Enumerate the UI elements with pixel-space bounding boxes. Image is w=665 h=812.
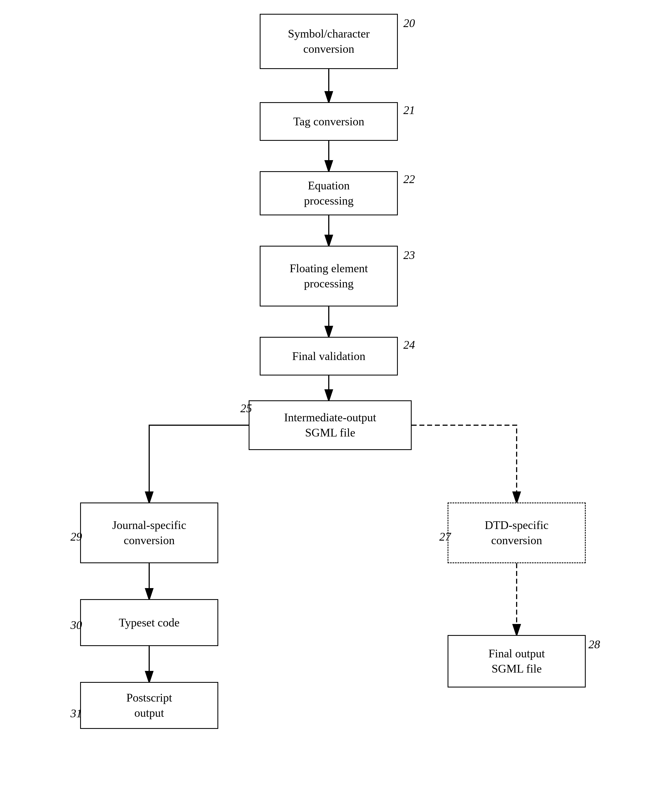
box-journal-conversion: Journal-specificconversion [80,503,218,563]
box-final-sgml: Final outputSGML file [447,635,586,688]
label-27: 27 [439,530,451,543]
box-intermediate-sgml: Intermediate-outputSGML file [249,400,412,450]
label-24: 24 [403,338,415,351]
label-31: 31 [70,707,82,720]
label-23: 23 [403,248,415,262]
box-final-validation: Final validation [260,337,398,376]
box-floating-element: Floating elementprocessing [260,246,398,307]
box-tag-conversion: Tag conversion [260,102,398,141]
box-equation-processing: Equationprocessing [260,171,398,216]
label-29: 29 [70,530,82,543]
box-dtd-conversion: DTD-specificconversion [447,503,586,563]
label-30: 30 [70,618,82,632]
box-typeset-code: Typeset code [80,599,218,646]
label-20: 20 [403,16,415,30]
label-22: 22 [403,173,415,186]
label-21: 21 [403,103,415,117]
diagram: Symbol/characterconversion 20 Tag conver… [0,0,665,812]
label-28: 28 [588,638,600,651]
box-symbol-conversion: Symbol/characterconversion [260,14,398,69]
label-25: 25 [240,402,252,415]
box-postscript-output: Postscriptoutput [80,682,218,729]
